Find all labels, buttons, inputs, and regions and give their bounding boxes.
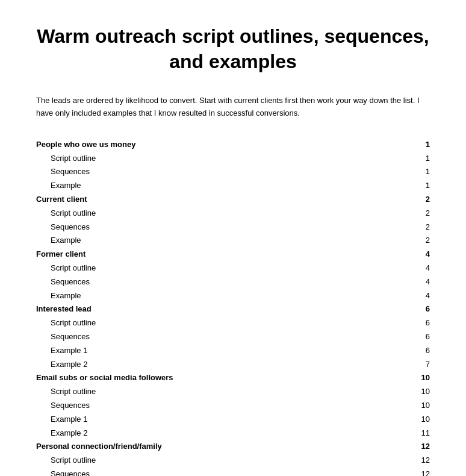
toc-item-label: Sequences (36, 330, 391, 344)
toc-sub-row: Script outline1 (36, 152, 430, 166)
toc-item-label: Example 2 (36, 427, 391, 440)
toc-sub-row: Script outline10 (36, 385, 430, 399)
toc-item-page: 1 (391, 152, 430, 166)
toc-section-label: Former client (36, 248, 391, 261)
toc-section-page: 2 (391, 193, 430, 207)
toc-section-page: 1 (391, 138, 430, 152)
toc-item-label: Sequences (36, 468, 391, 476)
toc-item-label: Example 1 (36, 413, 391, 427)
toc-item-label: Sequences (36, 221, 391, 234)
toc-item-page: 10 (391, 385, 430, 399)
toc-sub-row: Script outline6 (36, 316, 430, 330)
toc-item-label: Script outline (36, 385, 391, 399)
toc-section-label: Email subs or social media followers (36, 371, 391, 385)
toc-item-label: Example 1 (36, 344, 391, 358)
toc-item-label: Sequences (36, 275, 391, 289)
toc-item-page: 12 (391, 468, 430, 476)
toc-item-page: 4 (391, 261, 430, 275)
toc-item-label: Example 2 (36, 358, 391, 372)
toc-sub-row: Example4 (36, 289, 430, 303)
toc-item-page: 6 (391, 344, 430, 358)
toc-item-page: 1 (391, 179, 430, 193)
toc-section-page: 6 (391, 302, 430, 316)
toc-item-page: 12 (391, 454, 430, 468)
toc-section-label: Interested lead (36, 302, 391, 316)
toc-item-label: Example (36, 179, 391, 193)
intro-text: The leads are ordered by likelihood to c… (36, 95, 430, 120)
toc-sub-row: Example 211 (36, 427, 430, 440)
toc-sub-row: Example2 (36, 234, 430, 248)
toc-sub-row: Script outline12 (36, 454, 430, 468)
toc-item-label: Example (36, 289, 391, 303)
toc-table: People who owe us money1Script outline1S… (36, 138, 430, 476)
page-title: Warm outreach script outlines, sequences… (36, 18, 430, 80)
toc-sub-row: Example1 (36, 179, 430, 193)
toc-item-page: 4 (391, 275, 430, 289)
toc-item-label: Script outline (36, 454, 391, 468)
toc-sub-row: Sequences4 (36, 275, 430, 289)
toc-sub-row: Sequences10 (36, 399, 430, 413)
toc-sub-row: Sequences1 (36, 165, 430, 179)
toc-section-page: 12 (391, 440, 430, 454)
toc-item-page: 2 (391, 207, 430, 221)
toc-sub-row: Script outline4 (36, 261, 430, 275)
toc-item-label: Example (36, 234, 391, 248)
toc-sub-row: Script outline2 (36, 207, 430, 221)
toc-item-label: Script outline (36, 261, 391, 275)
toc-item-page: 7 (391, 358, 430, 372)
toc-item-label: Script outline (36, 207, 391, 221)
toc-section-label: People who owe us money (36, 138, 391, 152)
toc-item-page: 4 (391, 289, 430, 303)
toc-sub-row: Example 27 (36, 358, 430, 372)
toc-section-page: 10 (391, 371, 430, 385)
toc-item-label: Script outline (36, 152, 391, 166)
toc-section-page: 4 (391, 248, 430, 261)
toc-item-page: 11 (391, 427, 430, 440)
toc-item-label: Sequences (36, 399, 391, 413)
toc-section-row: Email subs or social media followers10 (36, 371, 430, 385)
toc-sub-row: Sequences2 (36, 221, 430, 234)
toc-section-row: People who owe us money1 (36, 138, 430, 152)
toc-item-page: 10 (391, 399, 430, 413)
toc-item-page: 1 (391, 165, 430, 179)
toc-item-label: Script outline (36, 316, 391, 330)
toc-item-label: Sequences (36, 165, 391, 179)
toc-section-row: Current client2 (36, 193, 430, 207)
toc-section-row: Personal connection/friend/family12 (36, 440, 430, 454)
toc-section-label: Current client (36, 193, 391, 207)
toc-item-page: 10 (391, 413, 430, 427)
toc-sub-row: Sequences6 (36, 330, 430, 344)
toc-section-row: Interested lead6 (36, 302, 430, 316)
toc-sub-row: Sequences12 (36, 468, 430, 476)
toc-section-row: Former client4 (36, 248, 430, 261)
toc-sub-row: Example 110 (36, 413, 430, 427)
toc-section-label: Personal connection/friend/family (36, 440, 391, 454)
toc-item-page: 6 (391, 330, 430, 344)
toc-item-page: 6 (391, 316, 430, 330)
toc-sub-row: Example 16 (36, 344, 430, 358)
toc-item-page: 2 (391, 234, 430, 248)
toc-item-page: 2 (391, 221, 430, 234)
